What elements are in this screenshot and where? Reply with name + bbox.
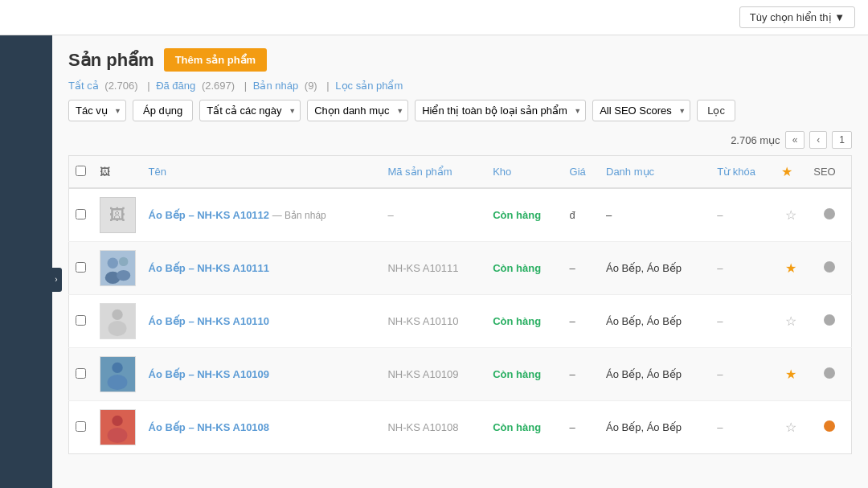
page-title: Sản phẩm [68, 50, 154, 71]
name-header[interactable]: Tên [142, 156, 382, 189]
thumb-cell [93, 401, 142, 454]
sku-cell: NH-KS A10111 [381, 242, 486, 295]
row-checkbox-cell[interactable] [69, 188, 93, 242]
category-select[interactable]: Chọn danh mục [307, 100, 408, 121]
action-select[interactable]: Tác vụ [68, 100, 126, 121]
sku-value: NH-KS A10108 [387, 421, 458, 433]
row-checkbox-cell[interactable] [69, 295, 93, 348]
type-select-wrapper: Hiển thị toàn bộ loại sản phẩm [415, 100, 586, 121]
add-product-button[interactable]: Thêm sản phẩm [164, 48, 268, 72]
price-cell: – [563, 401, 600, 454]
price-value: – [570, 315, 575, 327]
stock-cell: Còn hàng [486, 188, 563, 242]
prev-page-button[interactable]: ‹ [809, 131, 827, 149]
keyword-value: – [717, 209, 723, 221]
name-cell: Áo Bếp – NH-KS A10112 — Bản nháp [142, 188, 382, 242]
type-select[interactable]: Hiển thị toàn bộ loại sản phẩm [415, 100, 586, 121]
sidebar-toggle[interactable]: › [51, 268, 62, 292]
thumb-cell [93, 348, 142, 401]
filter-button[interactable]: Lọc [697, 100, 735, 121]
shirt-light-icon [100, 303, 135, 339]
filter-all-link[interactable]: Tất cả [68, 80, 99, 92]
filter-published-count: (2.697) [202, 80, 235, 92]
seo-cell [807, 348, 851, 401]
product-name-link[interactable]: Áo Bếp – NH-KS A10111 [149, 262, 270, 274]
price-value: đ [570, 209, 575, 221]
row-checkbox[interactable] [76, 421, 86, 432]
current-page: 1 [832, 131, 852, 149]
results-bar: 2.706 mục « ‹ 1 [68, 131, 852, 149]
seo-cell [807, 188, 851, 242]
svg-point-12 [112, 416, 122, 426]
star-cell[interactable]: ☆ [775, 401, 807, 454]
select-all-checkbox[interactable] [76, 166, 86, 176]
stock-header[interactable]: Kho [486, 156, 563, 189]
product-name-link[interactable]: Áo Bếp – NH-KS A10110 [149, 315, 270, 327]
star-toggle[interactable]: ☆ [785, 420, 796, 434]
main-wrapper: › Sản phẩm Thêm sản phẩm Tất cả (2.706) … [0, 35, 868, 488]
stock-cell: Còn hàng [486, 242, 563, 295]
apply-button[interactable]: Áp dụng [133, 100, 193, 121]
row-checkbox-cell[interactable] [69, 242, 93, 295]
first-page-button[interactable]: « [785, 131, 805, 149]
row-checkbox[interactable] [76, 262, 86, 273]
filter-draft-link[interactable]: Bản nháp [253, 80, 298, 92]
content-area: Sản phẩm Thêm sản phẩm Tất cả (2.706) | … [52, 35, 868, 488]
sku-header[interactable]: Mã sản phẩm [381, 156, 486, 189]
stock-cell: Còn hàng [486, 401, 563, 454]
seo-header[interactable]: SEO [807, 156, 851, 189]
select-all-checkbox-header[interactable] [69, 156, 93, 189]
keyword-header[interactable]: Từ khóa [710, 156, 775, 189]
date-select[interactable]: Tất cả các ngày [199, 100, 301, 121]
display-options-button[interactable]: Tùy chọn hiển thị ▼ [739, 6, 855, 28]
seo-cell [807, 242, 851, 295]
row-checkbox[interactable] [76, 315, 86, 326]
star-cell[interactable]: ★ [775, 242, 807, 295]
table-row: Áo Bếp – NH-KS A10109 NH-KS A10109 Còn h… [69, 348, 852, 401]
product-name-link[interactable]: Áo Bếp – NH-KS A10112 [149, 209, 270, 221]
star-cell[interactable]: ☆ [775, 295, 807, 348]
product-name-link[interactable]: Áo Bếp – NH-KS A10108 [149, 421, 270, 433]
star-cell[interactable]: ★ [775, 348, 807, 401]
category-value: Áo Bếp, Áo Bếp [606, 262, 682, 274]
product-thumb [100, 303, 136, 339]
seo-select[interactable]: All SEO Scores [592, 100, 690, 121]
category-cell: Áo Bếp, Áo Bếp [600, 242, 710, 295]
seo-dot [824, 367, 835, 379]
keyword-value: – [717, 368, 723, 380]
svg-point-4 [117, 270, 130, 281]
product-thumb [100, 356, 136, 392]
star-toggle[interactable]: ★ [785, 261, 796, 275]
category-value: – [606, 209, 612, 221]
product-name-link[interactable]: Áo Bếp – NH-KS A10109 [149, 368, 270, 380]
shirt-blue-icon [100, 356, 135, 392]
filter-published-link[interactable]: Đã đăng [156, 80, 195, 92]
star-toggle[interactable]: ☆ [785, 208, 796, 222]
category-header[interactable]: Danh mục [600, 156, 710, 189]
seo-select-wrapper: All SEO Scores [592, 100, 690, 121]
price-header[interactable]: Giá [563, 156, 600, 189]
keyword-cell: – [710, 242, 775, 295]
toolbar: Tác vụ Áp dụng Tất cả các ngày Chọn danh… [68, 100, 852, 121]
price-cell: – [563, 348, 600, 401]
results-count: 2.706 mục [731, 134, 780, 146]
star-toggle[interactable]: ☆ [785, 314, 796, 328]
price-cell: đ [563, 188, 600, 242]
keyword-cell: – [710, 188, 775, 242]
seo-dot [824, 261, 835, 273]
row-checkbox[interactable] [76, 209, 86, 219]
star-toggle[interactable]: ★ [785, 367, 796, 381]
filter-all-count: (2.706) [104, 80, 137, 92]
sku-cell: NH-KS A10109 [381, 348, 486, 401]
table-row: 🖼 Áo Bếp – NH-KS A10112 — Bản nháp – Còn… [69, 188, 852, 242]
row-checkbox[interactable] [76, 368, 86, 379]
filter-products-link[interactable]: Lọc sản phẩm [335, 80, 403, 92]
row-checkbox-cell[interactable] [69, 401, 93, 454]
thumb-cell [93, 295, 142, 348]
row-checkbox-cell[interactable] [69, 348, 93, 401]
date-select-wrapper: Tất cả các ngày [199, 100, 301, 121]
page-header: Sản phẩm Thêm sản phẩm [68, 48, 852, 72]
price-value: – [570, 262, 575, 274]
price-cell: – [563, 242, 600, 295]
star-cell[interactable]: ☆ [775, 188, 807, 242]
